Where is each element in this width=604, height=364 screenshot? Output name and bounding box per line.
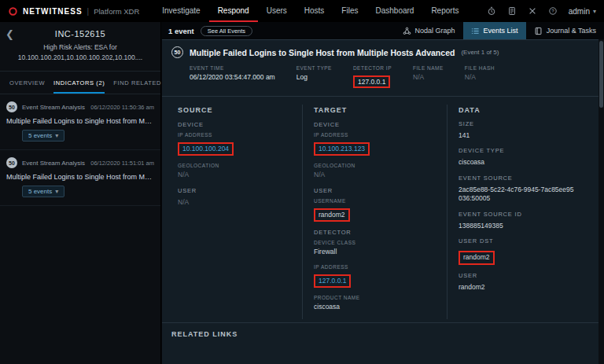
brand-name: NETWITNESS — [23, 7, 83, 16]
collapse-sidebar-icon[interactable]: ❮ — [6, 29, 14, 39]
detector-product-name-field: PRODUCT NAME ciscoasa — [314, 295, 436, 311]
tab-overview[interactable]: OVERVIEW — [9, 79, 45, 94]
indicator-source: Event Stream Analysis — [22, 104, 85, 111]
main-content: 1 event See All Events Nodal Graph Event… — [161, 22, 604, 364]
admin-label: admin — [569, 7, 590, 16]
target-heading: TARGET — [314, 106, 436, 114]
see-all-events-button[interactable]: See All Events — [201, 26, 252, 36]
tools-icon[interactable] — [528, 6, 537, 16]
brand-suffix: Platform XDR — [94, 7, 139, 16]
events-count-label: 5 events — [28, 188, 52, 195]
risk-score-badge: 50 — [6, 101, 17, 112]
indicator-item[interactable]: 50 Event Stream Analysis 06/12/2020 11:5… — [0, 94, 160, 150]
source-ip-field: IP ADDRESS 10.100.100.204 — [178, 132, 291, 156]
nav-item-hosts[interactable]: Hosts — [296, 0, 333, 22]
tab-indicators[interactable]: INDICATORS (2) — [53, 79, 105, 94]
nav-item-reports[interactable]: Reports — [422, 0, 467, 22]
target-username-field: USERNAME random2 — [314, 198, 436, 222]
target-ip-field: IP ADDRESS 10.100.213.123 — [314, 132, 436, 156]
data-column: DATA SIZE 141 DEVICE TYPE ciscoasa EVENT… — [447, 105, 598, 319]
data-event-source-id-field: EVENT SOURCE ID 138885149385 — [459, 211, 587, 230]
detector-ip-link[interactable]: 127.0.0.1 — [314, 274, 351, 288]
view-journal-tasks[interactable]: Journal & Tasks — [526, 22, 604, 39]
nav-item-files[interactable]: Files — [333, 0, 366, 22]
help-icon[interactable]: ? — [548, 6, 558, 16]
health-monitor-icon[interactable] — [487, 6, 496, 16]
detector-heading: DETECTOR — [314, 229, 436, 236]
view-label: Nodal Graph — [415, 27, 455, 35]
events-dropdown-button[interactable]: 5 events ▾ — [22, 130, 64, 142]
incident-title: High Risk Alerts: ESA for 10.100.100.201… — [13, 42, 148, 63]
target-user-heading: USER — [314, 187, 436, 194]
meta-event-type: EVENT TYPE Log — [296, 65, 332, 88]
nav-item-users[interactable]: Users — [258, 0, 296, 22]
scrollbar-thumb[interactable] — [599, 41, 603, 108]
event-header: 50 Multiple Failed Logins to Single Host… — [162, 40, 598, 63]
tab-find-related[interactable]: FIND RELATED — [113, 79, 161, 94]
detector-ip-field: IP ADDRESS 127.0.0.1 — [314, 264, 436, 288]
chevron-down-icon: ▾ — [55, 188, 58, 195]
indicator-item-meta: 50 Event Stream Analysis 06/12/2020 11:5… — [6, 157, 154, 168]
nav-item-dashboard[interactable]: Dashboard — [366, 0, 422, 22]
reports-shortcut-icon[interactable] — [507, 6, 517, 16]
risk-score-badge: 50 — [6, 157, 17, 168]
nav-item-respond[interactable]: Respond — [209, 0, 258, 22]
event-risk-score-badge: 50 — [171, 46, 183, 58]
view-switcher: Nodal Graph Events List Journal & Tasks — [395, 22, 604, 39]
events-toolbar: 1 event See All Events Nodal Graph Event… — [161, 22, 604, 39]
chevron-down-icon: ▾ — [55, 132, 58, 139]
admin-menu[interactable]: admin ▾ — [569, 7, 596, 16]
event-count: 1 event — [168, 27, 194, 35]
top-nav: NETWITNESS | Platform XDR Investigate Re… — [0, 0, 604, 22]
indicator-source: Event Stream Analysis — [22, 160, 85, 167]
events-dropdown-button[interactable]: 5 events ▾ — [22, 186, 64, 197]
view-label: Journal & Tasks — [547, 27, 596, 35]
meta-file-name: FILE NAME N/A — [413, 65, 444, 88]
indicator-item[interactable]: 50 Event Stream Analysis 06/12/2020 11:5… — [0, 150, 160, 206]
event-detail-panel: 50 Multiple Failed Logins to Single Host… — [162, 39, 598, 364]
brand-separator: | — [87, 7, 90, 16]
event-pagination: (Event 1 of 5) — [461, 49, 499, 56]
event-meta-strip: EVENT TIME 06/12/2020 03:54:47.000 am EV… — [162, 63, 598, 97]
indicator-item-meta: 50 Event Stream Analysis 06/12/2020 11:5… — [6, 101, 154, 112]
nav-utilities: ? admin ▾ — [487, 0, 596, 22]
source-user-field: N/A — [178, 198, 291, 207]
nav-item-investigate[interactable]: Investigate — [153, 0, 208, 22]
user-dst-value: random2 — [459, 251, 495, 264]
data-device-type-field: DEVICE TYPE ciscoasa — [459, 147, 587, 167]
event-detail-columns: SOURCE DEVICE IP ADDRESS 10.100.100.204 … — [162, 97, 598, 319]
view-nodal-graph[interactable]: Nodal Graph — [395, 22, 463, 39]
data-size-field: SIZE 141 — [459, 120, 587, 140]
view-label: Events List — [484, 27, 518, 35]
source-heading: SOURCE — [178, 106, 291, 114]
scrollbar-track[interactable] — [598, 39, 604, 364]
target-column: TARGET DEVICE IP ADDRESS 10.100.213.123 … — [302, 105, 447, 319]
incident-header: ❮ INC-152615 High Risk Alerts: ESA for 1… — [0, 22, 160, 72]
chevron-down-icon: ▾ — [593, 8, 596, 15]
indicator-timestamp: 06/12/2020 11:50:36 am — [90, 104, 154, 111]
incident-id: INC-152615 — [13, 29, 148, 39]
events-list-icon — [471, 27, 480, 35]
sidebar-tabs: OVERVIEW INDICATORS (2) FIND RELATED — [0, 72, 160, 94]
data-event-source-field: EVENT SOURCE 2ac85e88-5c22-4c76-9945-7ac… — [459, 175, 587, 204]
view-events-list[interactable]: Events List — [463, 22, 526, 39]
meta-event-time: EVENT TIME 06/12/2020 03:54:47.000 am — [190, 65, 275, 88]
nodal-graph-icon — [403, 27, 411, 35]
data-user-dst-field: USER DST random2 — [459, 237, 587, 264]
indicator-title: Multiple Failed Logins to Single Host fr… — [6, 173, 154, 181]
svg-text:?: ? — [551, 9, 554, 13]
target-geolocation-field: GEOLOCATION N/A — [314, 163, 436, 179]
source-device-heading: DEVICE — [178, 121, 291, 128]
indicator-timestamp: 06/12/2020 11:51:01 am — [90, 160, 154, 167]
meta-file-hash: FILE HASH N/A — [465, 65, 495, 88]
events-count-label: 5 events — [28, 132, 52, 139]
incident-sidebar: ❮ INC-152615 High Risk Alerts: ESA for 1… — [0, 22, 161, 364]
primary-nav: Investigate Respond Users Hosts Files Da… — [153, 0, 467, 22]
indicator-list: 50 Event Stream Analysis 06/12/2020 11:5… — [0, 94, 160, 206]
event-title: Multiple Failed Logins to Single Host fr… — [190, 48, 455, 57]
target-device-heading: DEVICE — [314, 121, 436, 128]
target-ip-link[interactable]: 10.100.213.123 — [314, 142, 370, 156]
source-ip-link[interactable]: 10.100.100.204 — [178, 142, 234, 156]
brand: NETWITNESS | Platform XDR — [8, 0, 139, 22]
detector-device-class-field: DEVICE CLASS Firewall — [314, 240, 436, 256]
